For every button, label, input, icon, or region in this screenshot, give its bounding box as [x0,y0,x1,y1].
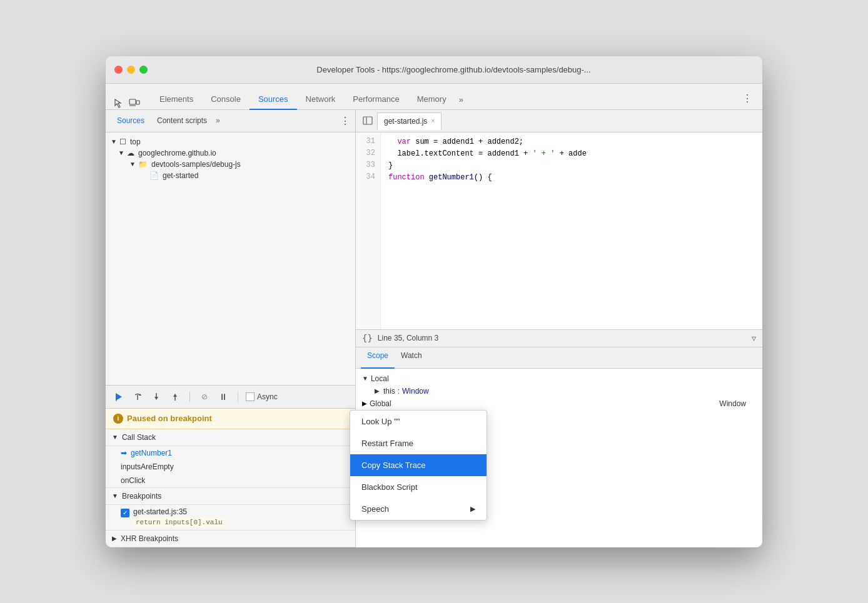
bp-file-1: get-started.js:35 [133,507,225,516]
tab-sources[interactable]: Sources [250,89,297,110]
devtools-window: Developer Tools - https://googlechrome.g… [106,56,762,547]
tree-label-domain: googlechrome.github.io [138,149,216,157]
breakpoints-label: Breakpoints [122,492,161,501]
step-out-button[interactable] [168,390,182,404]
context-menu: Look Up "" Restart Frame Copy Stack Trac… [350,410,487,521]
editor-nav-back[interactable] [361,114,375,127]
ctx-restart-frame-label: Restart Frame [361,439,413,448]
tab-performance[interactable]: Performance [344,89,408,110]
breakpoints-arrow: ▼ [112,492,118,499]
scope-global-section: ▶ Global Window [356,397,762,410]
pause-button[interactable]: ⏸ [216,390,230,404]
debug-separator [189,392,190,402]
ctx-lookup[interactable]: Look Up "" [350,411,487,432]
scope-tab-watch[interactable]: Watch [395,347,428,368]
debug-separator-2 [238,392,238,402]
minimize-button[interactable] [127,66,135,74]
xhr-arrow: ▶ [112,535,117,542]
scope-local-header[interactable]: ▼ Local [356,372,762,385]
folder-icon-top: ☐ [119,137,126,146]
scope-this-item[interactable]: ▶ this : Window [356,385,762,397]
scope-global-val: Window [719,399,756,408]
scope-this-val: Window [402,387,429,396]
left-panel: Sources Content scripts » ⋮ ▼ ☐ top ▼ ☁ … [106,110,356,547]
sources-menu[interactable]: ⋮ [340,115,350,127]
code-line-33: } [388,160,755,172]
close-button[interactable] [114,66,123,74]
code-line-34: function getNumber1() { [388,172,755,184]
scope-tab-scope[interactable]: Scope [361,347,395,369]
ctx-speech-label: Speech [361,504,389,514]
tree-label-top: top [130,137,141,146]
paused-banner: i Paused on breakpoint [106,409,355,429]
title-bar: Developer Tools - https://googlechrome.g… [106,56,762,84]
breakpoint-item-1[interactable]: ✓ get-started.js:35 return inputs[0].val… [106,505,355,530]
svg-rect-1 [136,101,139,104]
sources-subtab-content-scripts[interactable]: Content scripts [151,112,213,129]
sources-sub-tabs: Sources Content scripts » ⋮ [106,110,355,132]
code-editor: get-started.js × 31 32 33 34 var sum = a… [356,110,762,347]
scope-local-arrow: ▼ [362,375,368,382]
scope-local-section: ▼ Local ▶ this : Window [356,372,762,397]
svg-marker-10 [173,394,177,397]
call-stack-header[interactable]: ▼ Call Stack [106,429,355,446]
bp-content-1: get-started.js:35 return inputs[0].valu [133,507,225,527]
async-toggle[interactable]: Async [246,392,278,401]
sources-more[interactable]: » [213,112,223,129]
step-into-button[interactable] [149,390,163,404]
tree-item-domain[interactable]: ▼ ☁ googlechrome.github.io [106,147,355,159]
tree-item-top[interactable]: ▼ ☐ top [106,136,355,147]
scope-global-row[interactable]: ▶ Global Window [356,397,762,410]
svg-marker-3 [116,393,122,401]
breakpoints-header[interactable]: ▼ Breakpoints [106,488,355,505]
ctx-blackbox-script[interactable]: Blackbox Script [350,476,487,498]
call-stack-label-onClick: onClick [121,476,145,485]
scope-global-label: Global [370,399,391,408]
debug-toolbar: ⊘ ⏸ Async [106,385,355,409]
call-stack-item-onClick[interactable]: onClick [106,474,355,487]
xhr-label: XHR Breakpoints [121,534,178,543]
ctx-copy-stack-trace[interactable]: Copy Stack Trace [350,454,487,476]
tree-item-folder[interactable]: ▼ 📁 devtools-samples/debug-js [106,159,355,170]
call-stack-label-getNumber1: getNumber1 [131,449,172,457]
tab-console[interactable]: Console [202,89,250,110]
xhr-header[interactable]: ▶ XHR Breakpoints [106,531,355,547]
tree-label-folder: devtools-samples/debug-js [151,160,241,169]
tab-more[interactable]: » [455,90,467,109]
cursor-icon[interactable] [112,97,124,109]
status-braces: {} [362,333,373,343]
editor-tab-file[interactable]: get-started.js × [377,112,442,130]
editor-tab-close[interactable]: × [431,117,435,124]
info-icon: i [113,414,123,424]
step-over-button[interactable] [131,390,144,404]
ctx-speech[interactable]: Speech ▶ [350,498,487,520]
device-icon[interactable] [128,97,141,109]
call-stack-item-getNumber1[interactable]: ➡ getNumber1 [106,446,355,460]
ctx-restart-frame[interactable]: Restart Frame [350,432,487,454]
editor-tab-bar: get-started.js × [356,110,762,132]
bp-checkbox-1[interactable]: ✓ [121,509,129,517]
tree-item-file[interactable]: 📄 get-started [106,170,355,181]
ctx-blackbox-script-label: Blackbox Script [361,482,418,492]
sources-subtab-sources[interactable]: Sources [111,112,151,129]
scope-tabs: Scope Watch [356,347,762,369]
xhr-section: ▶ XHR Breakpoints [106,530,355,547]
deactivate-button[interactable]: ⊘ [198,390,211,404]
tab-elements[interactable]: Elements [151,89,202,110]
code-line-31: var sum = addend1 + addend2; [388,136,755,148]
code-lines: var sum = addend1 + addend2; label.textC… [381,132,762,329]
maximize-button[interactable] [139,66,148,74]
tab-network[interactable]: Network [297,89,345,110]
scope-this-arrow: ▶ [375,387,381,394]
async-checkbox[interactable] [246,392,255,401]
breakpoints-section: ▼ Breakpoints ✓ get-started.js:35 return… [106,487,355,530]
cloud-icon-domain: ☁ [127,149,134,157]
code-line-32: label.textContent = addend1 + ' + ' + ad… [388,148,755,160]
tree-arrow-domain: ▼ [118,149,124,156]
resume-button[interactable] [112,390,126,404]
status-format-icon[interactable]: ▿ [752,333,756,343]
tab-memory[interactable]: Memory [408,89,455,110]
call-stack-item-inputsAreEmpty[interactable]: inputsAreEmpty [106,460,355,474]
tab-menu-button[interactable]: ⋮ [739,87,756,109]
svg-rect-11 [363,117,372,124]
